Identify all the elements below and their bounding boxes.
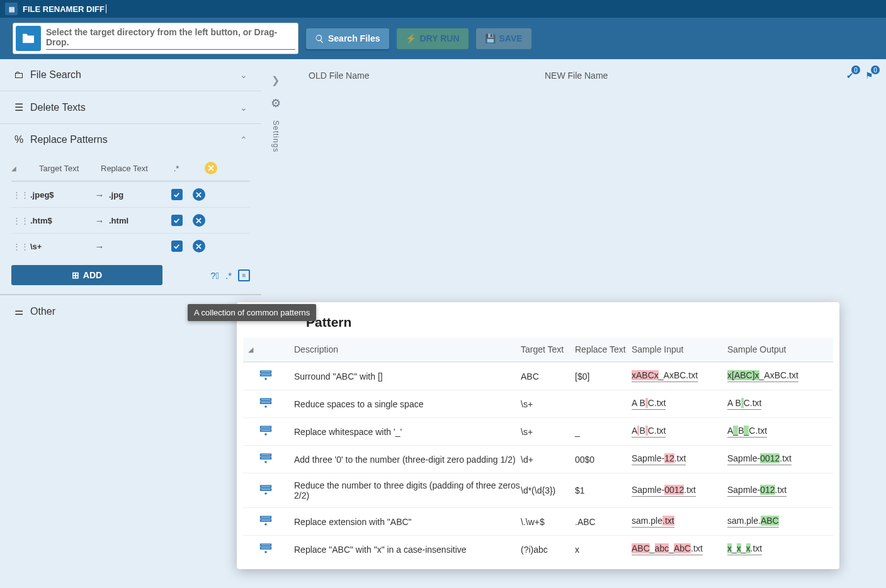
popup-replace: .ABC xyxy=(575,517,632,527)
chevron-up-icon: ⌃ xyxy=(240,135,247,145)
save-button[interactable]: 💾 SAVE xyxy=(476,28,531,49)
check-badge[interactable]: ✔0 xyxy=(846,71,854,81)
popup-desc: Add three '0' to the number (three-digit… xyxy=(294,455,521,465)
pattern-target[interactable]: \s+ xyxy=(30,242,90,251)
chevron-down-icon: ⌄ xyxy=(240,103,247,113)
pattern-enabled-checkbox[interactable] xyxy=(166,215,188,226)
popup-sample-input: sam.ple.txt xyxy=(632,516,727,528)
conflict-count: 0 xyxy=(871,65,880,74)
popup-desc: Reduce the number to three digits (paddi… xyxy=(294,480,521,500)
add-label: ADD xyxy=(83,270,102,280)
pattern-replace[interactable]: .html xyxy=(109,216,166,225)
popup-header-replace: Replace Text xyxy=(575,344,632,354)
pattern-enabled-checkbox[interactable] xyxy=(166,189,188,200)
replace-patterns-label: Replace Patterns xyxy=(30,134,108,145)
popup-desc: Surround "ABC" with [] xyxy=(294,371,521,382)
add-this-pattern-button[interactable] xyxy=(259,543,294,556)
filter-icon: ☰ xyxy=(14,101,24,113)
popup-target: \.\w+$ xyxy=(521,517,575,527)
dry-run-button[interactable]: ⚡ DRY RUN xyxy=(397,28,469,49)
search-icon xyxy=(315,34,324,43)
popup-sample-output: A_B_C.txt xyxy=(727,426,822,438)
pattern-row: ⋮⋮.jpeg$→.jpg xyxy=(11,181,250,207)
popup-header-output: Sample Output xyxy=(727,344,822,354)
header-clear-all[interactable] xyxy=(195,162,227,174)
file-search-panel[interactable]: 🗀 File Search ⌄ xyxy=(0,59,261,91)
popup-target: \d*(\d{3}) xyxy=(521,485,575,495)
file-list-headers: OLD File Name NEW File Name ✔0 ⚑0 xyxy=(309,71,886,81)
popup-pattern-row: Surround "ABC" with []ABC[$0]xABCx_AxBC.… xyxy=(243,362,833,390)
tooltip: A collection of common patterns xyxy=(188,304,316,321)
chevron-down-icon: ⌄ xyxy=(240,70,247,80)
common-patterns-button[interactable]: ≡ xyxy=(238,269,250,281)
file-search-label: File Search xyxy=(30,69,81,81)
popup-header-input: Sample Input xyxy=(632,344,727,354)
pattern-target[interactable]: .htm$ xyxy=(30,216,90,225)
pattern-tool-icons: ?⃝ .* ≡ xyxy=(210,269,250,281)
popup-target: \s+ xyxy=(521,427,575,437)
add-this-pattern-button[interactable] xyxy=(259,397,294,410)
popup-desc: Replace extension with "ABC" xyxy=(294,517,521,527)
popup-replace: x xyxy=(575,545,632,555)
save-label: SAVE xyxy=(499,33,523,43)
gear-icon[interactable]: ⚙ xyxy=(271,96,281,110)
add-row-icon: ⊞ xyxy=(72,270,79,280)
popup-desc: Reduce spaces to a single space xyxy=(294,399,521,409)
help-icon[interactable]: ?⃝ xyxy=(210,270,219,281)
popup-pattern-row: Reduce spaces to a single space\s+A B C.… xyxy=(243,390,833,417)
old-filename-header: OLD File Name xyxy=(309,71,545,81)
add-this-pattern-button[interactable] xyxy=(259,515,294,528)
popup-sample-input: A B C.txt xyxy=(632,426,727,438)
popup-sample-output: x[ABC]x_AxBC.txt xyxy=(727,370,822,382)
popup-sample-output: Sapmle-012.txt xyxy=(727,485,822,497)
title-cursor xyxy=(106,4,106,13)
app-title: FILE RENAMER DIFF xyxy=(23,4,105,14)
regex-help-icon[interactable]: .* xyxy=(225,270,232,281)
expand-arrow-icon[interactable]: ❯ xyxy=(271,74,280,86)
add-this-pattern-button[interactable] xyxy=(259,425,294,438)
directory-placeholder[interactable]: Select the target directory from the lef… xyxy=(46,27,295,50)
app-logo-icon: ▤ xyxy=(5,3,18,15)
titlebar: ▤ FILE RENAMER DIFF xyxy=(0,0,886,18)
arrow-icon: → xyxy=(90,241,109,252)
search-files-button[interactable]: Search Files xyxy=(306,28,389,49)
pattern-delete-button[interactable] xyxy=(188,240,210,252)
choose-folder-button[interactable] xyxy=(16,26,41,51)
pattern-delete-button[interactable] xyxy=(188,214,210,227)
conflict-badge[interactable]: ⚑0 xyxy=(865,71,873,81)
drag-handle-icon[interactable]: ⋮⋮ xyxy=(11,190,30,200)
popup-pattern-row: Replace extension with "ABC"\.\w+$.ABCsa… xyxy=(243,507,833,535)
collapse-triangle-icon[interactable]: ◢ xyxy=(11,165,19,172)
popup-title: Pattern xyxy=(306,315,833,330)
popup-target: \s+ xyxy=(521,399,575,409)
pattern-target[interactable]: .jpeg$ xyxy=(30,190,90,200)
popup-target: ABC xyxy=(521,371,575,382)
search-files-label: Search Files xyxy=(328,33,380,43)
dry-run-label: DRY RUN xyxy=(420,33,460,43)
popup-target: (?i)abc xyxy=(521,545,575,555)
add-this-pattern-button[interactable] xyxy=(259,484,294,497)
drag-handle-icon[interactable]: ⋮⋮ xyxy=(11,216,30,225)
add-this-pattern-button[interactable] xyxy=(259,453,294,466)
replace-patterns-panel[interactable]: % Replace Patterns ⌃ xyxy=(0,123,261,155)
popup-collapse-icon[interactable]: ◢ xyxy=(248,346,259,354)
add-pattern-button[interactable]: ⊞ ADD xyxy=(11,265,162,285)
popup-header-row: ◢ Description Target Text Replace Text S… xyxy=(243,337,833,362)
popup-desc: Replace "ABC" with "x" in a case-insensi… xyxy=(294,545,521,555)
pattern-replace[interactable]: .jpg xyxy=(109,190,166,200)
pattern-enabled-checkbox[interactable] xyxy=(166,240,188,252)
drag-handle-icon[interactable]: ⋮⋮ xyxy=(11,242,30,251)
pattern-delete-button[interactable] xyxy=(188,188,210,201)
arrow-icon: → xyxy=(90,189,109,200)
popup-replace: $1 xyxy=(575,485,632,495)
popup-sample-input: A B C.txt xyxy=(632,398,727,410)
delete-texts-label: Delete Texts xyxy=(30,102,86,113)
delete-texts-panel[interactable]: ☰ Delete Texts ⌄ xyxy=(0,91,261,123)
add-this-pattern-button[interactable] xyxy=(259,370,294,383)
pattern-row: ⋮⋮.htm$→.html xyxy=(11,207,250,233)
settings-label: Settings xyxy=(271,120,280,152)
arrow-icon: → xyxy=(90,215,109,226)
popup-pattern-row: Replace "ABC" with "x" in a case-insensi… xyxy=(243,535,833,563)
popup-replace: [$0] xyxy=(575,371,632,382)
header-regex-icon: .* xyxy=(157,164,195,173)
